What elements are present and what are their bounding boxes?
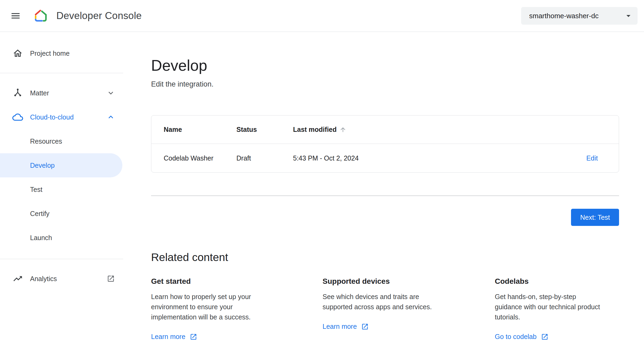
sidebar-item-label: Project home	[30, 50, 116, 57]
card-get-started: Get started Learn how to properly set up…	[151, 277, 323, 341]
sidebar-divider	[0, 259, 123, 259]
chevron-down-icon	[106, 88, 116, 98]
card-title: Codelabs	[495, 277, 619, 286]
cloud-icon	[12, 112, 23, 122]
learn-more-link[interactable]: Learn more	[151, 333, 197, 341]
sidebar-item-label: Matter	[30, 89, 106, 97]
card-codelabs: Codelabs Get hands-on, step-by-step guid…	[495, 277, 619, 341]
app-title: Developer Console	[56, 10, 142, 21]
sidebar-item-label: Certify	[30, 210, 49, 218]
chevron-up-icon	[106, 112, 116, 122]
cell-last-modified: 5:43 PM - Oct 2, 2024	[293, 154, 531, 162]
app-header: Developer Console smarthome-washer-dc	[0, 0, 644, 32]
card-title: Supported devices	[323, 277, 495, 286]
sidebar-item-label: Cloud-to-cloud	[30, 113, 106, 121]
open-in-new-icon	[541, 333, 548, 341]
sort-arrow-icon	[339, 126, 346, 133]
card-body: Learn how to properly set up your enviro…	[151, 292, 301, 322]
sidebar-item-label: Develop	[30, 162, 55, 169]
sidebar-divider	[0, 73, 123, 73]
table-header-status: Status	[236, 126, 293, 133]
project-selector-value: smarthome-washer-dc	[529, 12, 599, 20]
table-row: Codelab Washer Draft 5:43 PM - Oct 2, 20…	[151, 144, 619, 172]
next-test-button[interactable]: Next: Test	[571, 209, 619, 226]
sidebar-item-label: Resources	[30, 137, 62, 145]
table-header-last-modified[interactable]: Last modified	[293, 126, 531, 133]
open-in-new-icon	[106, 274, 116, 284]
integrations-table: Name Status Last modified Codelab Washer…	[151, 115, 619, 173]
learn-more-link[interactable]: Learn more	[323, 323, 369, 330]
go-to-codelab-link[interactable]: Go to codelab	[495, 333, 548, 341]
open-in-new-icon	[190, 333, 197, 341]
open-in-new-icon	[361, 323, 369, 330]
sidebar-item-project-home[interactable]: Project home	[0, 40, 123, 67]
main-content: Develop Edit the integration. Name Statu…	[123, 32, 644, 343]
sidebar-item-test[interactable]: Test	[0, 177, 123, 202]
sidebar-item-matter[interactable]: Matter	[0, 81, 123, 105]
related-content-cards: Get started Learn how to properly set up…	[151, 277, 619, 341]
sidebar-item-analytics[interactable]: Analytics	[0, 267, 123, 291]
card-body: See which devices and traits are support…	[323, 292, 473, 312]
table-header-name: Name	[164, 126, 236, 133]
sidebar-item-label: Launch	[30, 234, 52, 242]
menu-icon	[10, 10, 21, 21]
card-title: Get started	[151, 277, 323, 286]
sidebar-item-cloud-to-cloud[interactable]: Cloud-to-cloud	[0, 105, 123, 129]
page-title: Develop	[151, 57, 619, 74]
page-subtitle: Edit the integration.	[151, 80, 619, 88]
card-body: Get hands-on, step-by-step guidance with…	[495, 292, 619, 322]
edit-link[interactable]: Edit	[586, 154, 598, 162]
analytics-icon	[12, 273, 23, 284]
sidebar-item-label: Test	[30, 186, 42, 193]
sidebar-item-label: Analytics	[30, 275, 106, 283]
cell-status: Draft	[236, 154, 293, 162]
sidebar-item-launch[interactable]: Launch	[0, 226, 123, 250]
project-selector[interactable]: smarthome-washer-dc	[521, 7, 638, 25]
google-home-logo	[33, 9, 48, 23]
menu-button[interactable]	[8, 8, 23, 23]
sidebar-item-certify[interactable]: Certify	[0, 202, 123, 226]
dropdown-arrow-icon	[624, 11, 633, 21]
table-header-row: Name Status Last modified	[151, 115, 619, 144]
card-supported-devices: Supported devices See which devices and …	[323, 277, 495, 341]
related-content-heading: Related content	[151, 251, 619, 264]
section-divider	[151, 196, 619, 196]
home-icon	[12, 48, 23, 59]
sidebar: Project home Matter Cloud-to-cloud	[0, 32, 123, 343]
sidebar-item-resources[interactable]: Resources	[0, 129, 123, 153]
cell-name: Codelab Washer	[164, 154, 236, 162]
matter-icon	[12, 88, 23, 98]
sidebar-item-develop[interactable]: Develop	[0, 153, 122, 177]
